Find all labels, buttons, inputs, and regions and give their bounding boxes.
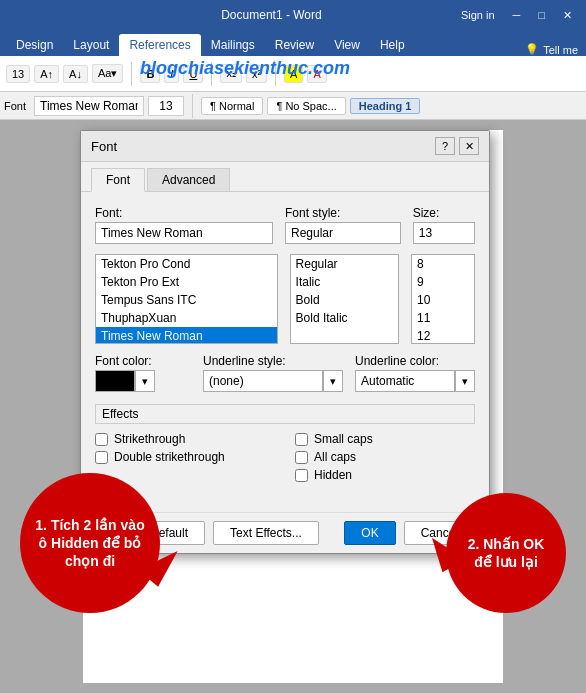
underline-button[interactable]: U	[183, 65, 203, 83]
tab-help[interactable]: Help	[370, 34, 415, 56]
font-size-box[interactable]: 13	[6, 65, 30, 83]
font-list-item-selected[interactable]: Times New Roman	[96, 327, 277, 344]
font-size-input[interactable]	[148, 96, 184, 116]
font-style-field[interactable]	[285, 222, 401, 244]
callout-1: 1. Tích 2 lần vào ô Hidden để bỏ chọn đi	[20, 473, 160, 613]
dialog-help-button[interactable]: ?	[435, 137, 455, 155]
dialog-close-button[interactable]: ✕	[459, 137, 479, 155]
font-name-input[interactable]	[34, 96, 144, 116]
font-name-field[interactable]	[95, 222, 273, 244]
small-caps-checkbox[interactable]	[295, 433, 308, 446]
tab-layout[interactable]: Layout	[63, 34, 119, 56]
size-label: Size:	[413, 206, 475, 220]
callout-1-text: 1. Tích 2 lần vào ô Hidden để bỏ chọn đi	[32, 516, 148, 571]
tab-mailings[interactable]: Mailings	[201, 34, 265, 56]
font-fields-row: Font: Font style: Size:	[95, 206, 475, 244]
underline-style-field: Underline style: ▾	[203, 354, 343, 392]
tab-review[interactable]: Review	[265, 34, 324, 56]
style-field-group: Font style:	[285, 206, 401, 244]
title-bar: Document1 - Word Sign in ─ □ ✕	[0, 0, 586, 30]
size-list-item[interactable]: 9	[412, 273, 474, 291]
size-field[interactable]	[413, 222, 475, 244]
double-strikethrough-checkbox[interactable]	[95, 451, 108, 464]
normal-style-btn[interactable]: ¶ Normal	[201, 97, 263, 115]
underline-style-input[interactable]	[203, 370, 323, 392]
ribbon-tabs: Design Layout References Mailings Review…	[0, 30, 586, 56]
small-caps-label: Small caps	[314, 432, 373, 446]
close-button[interactable]: ✕	[557, 7, 578, 24]
font-list-item[interactable]: ThuphapXuan	[96, 309, 277, 327]
styles-sep	[192, 94, 193, 118]
size-list-item[interactable]: 8	[412, 255, 474, 273]
dialog-tabs: Font Advanced	[81, 162, 489, 192]
dialog-controls: ? ✕	[435, 137, 479, 155]
bold-button[interactable]: B	[140, 65, 160, 83]
list-boxes-row: Tekton Pro Cond Tekton Pro Ext Tempus Sa…	[95, 254, 475, 344]
subscript-button[interactable]: x₂	[220, 64, 242, 83]
all-caps-checkbox[interactable]	[295, 451, 308, 464]
tab-advanced[interactable]: Advanced	[147, 168, 230, 191]
size-list-wrap: 8 9 10 11 12	[411, 254, 475, 344]
size-list[interactable]: 8 9 10 11 12	[411, 254, 475, 344]
no-space-style-btn[interactable]: ¶ No Spac...	[267, 97, 345, 115]
underline-color-input[interactable]	[355, 370, 455, 392]
underline-style-dropdown[interactable]: ▾	[323, 370, 343, 392]
size-field-group: Size:	[413, 206, 475, 244]
style-list-item[interactable]: Regular	[291, 255, 399, 273]
highlight-button[interactable]: A	[284, 65, 303, 83]
font-label: Font:	[95, 206, 273, 220]
font-list-item[interactable]: Tempus Sans ITC	[96, 291, 277, 309]
tell-me-icon: 💡	[525, 43, 539, 56]
underline-color-dropdown[interactable]: ▾	[455, 370, 475, 392]
effects-grid: Strikethrough Double strikethrough Small…	[95, 432, 475, 486]
signin-button[interactable]: Sign in	[455, 7, 501, 24]
font-list-item[interactable]: Tekton Pro Cond	[96, 255, 277, 273]
size-list-item[interactable]: 11	[412, 309, 474, 327]
effects-col-left: Strikethrough Double strikethrough	[95, 432, 275, 486]
document-area: i Zing.vn, đã ai Hồ Hoài A ên lý hôn giữ…	[0, 120, 586, 693]
hidden-row: Hidden	[295, 468, 475, 482]
tab-design[interactable]: Design	[6, 34, 63, 56]
effects-section: Effects Strikethrough Double strikethrou…	[95, 404, 475, 486]
font-shrink-button[interactable]: A↓	[63, 65, 88, 83]
font-color-button[interactable]: A	[307, 65, 326, 83]
tab-view[interactable]: View	[324, 34, 370, 56]
heading-style-btn[interactable]: Heading 1	[350, 98, 421, 114]
font-grow-button[interactable]: A↑	[34, 65, 59, 83]
all-caps-row: All caps	[295, 450, 475, 464]
text-effects-button[interactable]: Text Effects...	[213, 521, 319, 545]
color-dropdown-btn[interactable]: ▾	[135, 370, 155, 392]
color-swatch-wrap: ▾	[95, 370, 191, 392]
tell-me-text[interactable]: Tell me	[543, 44, 578, 56]
ok-button[interactable]: OK	[344, 521, 395, 545]
tab-font[interactable]: Font	[91, 168, 145, 192]
font-style-label: Font style:	[285, 206, 401, 220]
underline-color-label: Underline color:	[355, 354, 475, 368]
size-list-item[interactable]: 10	[412, 291, 474, 309]
font-list[interactable]: Tekton Pro Cond Tekton Pro Ext Tempus Sa…	[95, 254, 278, 344]
size-list-item[interactable]: 12	[412, 327, 474, 344]
strikethrough-checkbox[interactable]	[95, 433, 108, 446]
style-list[interactable]: Regular Italic Bold Bold Italic	[290, 254, 400, 344]
font-list-item[interactable]: Tekton Pro Ext	[96, 273, 277, 291]
font-color-label: Font color:	[95, 354, 191, 368]
superscript-button[interactable]: x²	[246, 65, 267, 83]
style-list-item[interactable]: Bold	[291, 291, 399, 309]
style-list-item[interactable]: Bold Italic	[291, 309, 399, 327]
font-field-group: Font:	[95, 206, 273, 244]
effects-col-right: Small caps All caps Hidden	[295, 432, 475, 486]
strikethrough-label: Strikethrough	[114, 432, 185, 446]
underline-style-label: Underline style:	[203, 354, 343, 368]
style-list-item[interactable]: Italic	[291, 273, 399, 291]
tab-references[interactable]: References	[119, 34, 200, 56]
minimize-button[interactable]: ─	[507, 7, 527, 24]
font-list-wrap: Tekton Pro Cond Tekton Pro Ext Tempus Sa…	[95, 254, 278, 344]
maximize-button[interactable]: □	[532, 7, 551, 24]
italic-button[interactable]: I	[164, 65, 179, 83]
toolbar: blogchiasekienthuc.com 13 A↑ A↓ Aa▾ B I …	[0, 56, 586, 92]
window-title: Document1 - Word	[221, 8, 321, 22]
dialog-titlebar: Font ? ✕	[81, 131, 489, 162]
change-case-button[interactable]: Aa▾	[92, 64, 123, 83]
hidden-checkbox[interactable]	[295, 469, 308, 482]
callout-2-text: 2. Nhấn OK để lưu lại	[458, 535, 554, 571]
